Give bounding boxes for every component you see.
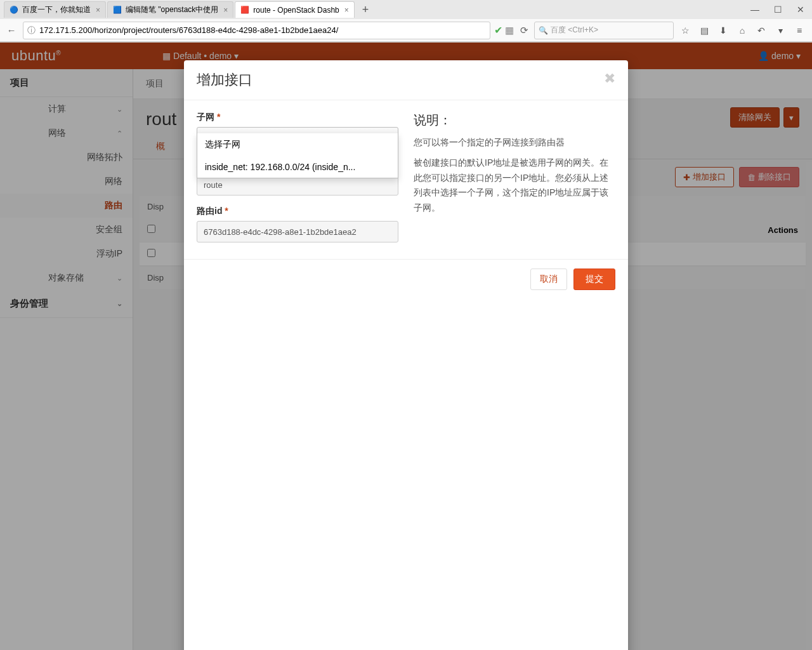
tab-title: route - OpenStack Dashb: [253, 6, 339, 15]
close-icon[interactable]: ×: [344, 6, 349, 15]
minimize-icon[interactable]: —: [743, 0, 766, 19]
url-box[interactable]: ⓘ: [23, 22, 490, 39]
route-id-input[interactable]: [197, 221, 398, 242]
tab-title: 百度一下，你就知道: [22, 4, 91, 15]
route-id-label: 路由id *: [197, 206, 398, 217]
maximize-icon[interactable]: ☐: [766, 0, 789, 19]
close-icon[interactable]: ×: [96, 6, 100, 15]
browser-tab[interactable]: 🟦 编辑随笔 "openstack中使用 ×: [107, 1, 233, 18]
search-icon: 🔍: [539, 26, 548, 35]
favicon-icon: 🟦: [113, 6, 122, 15]
submit-button[interactable]: 提交: [573, 269, 615, 290]
add-interface-modal: 增加接口 ✖ 子网 * 选择子网 ▾ 选择子网: [184, 60, 628, 650]
browser-tab-active[interactable]: 🟥 route - OpenStack Dashb ×: [235, 1, 354, 18]
new-tab-button[interactable]: +: [356, 3, 376, 17]
back-icon[interactable]: ←: [4, 23, 19, 38]
browser-tab-bar: 🔵 百度一下，你就知道 × 🟦 编辑随笔 "openstack中使用 × 🟥 r…: [0, 0, 812, 19]
close-icon[interactable]: ×: [223, 6, 228, 15]
cancel-button[interactable]: 取消: [530, 269, 567, 290]
menu-icon[interactable]: ≡: [790, 22, 808, 39]
download-icon[interactable]: ⬇: [714, 22, 732, 39]
qr-icon[interactable]: ▦: [505, 25, 514, 36]
app: ubuntu® ▦ Default • demo ▾ 👤 demo ▾ 项目 计…: [0, 43, 812, 650]
home-icon[interactable]: ⌂: [733, 22, 751, 39]
description-text: 您可以将一个指定的子网连接到路由器: [414, 135, 615, 150]
browser-chrome: 🔵 百度一下，你就知道 × 🟦 编辑随笔 "openstack中使用 × 🟥 r…: [0, 0, 812, 43]
tab-title: 编辑随笔 "openstack中使用: [126, 4, 218, 15]
subnet-option[interactable]: inside_net: 192.168.0.0/24 (inside_n...: [197, 156, 398, 178]
star-icon[interactable]: ☆: [676, 22, 694, 39]
search-box[interactable]: 🔍 百度 <Ctrl+K>: [534, 22, 674, 39]
url-input[interactable]: [39, 25, 486, 35]
search-placeholder: 百度 <Ctrl+K>: [551, 25, 598, 36]
favicon-icon: 🟥: [240, 6, 249, 15]
info-icon[interactable]: ⓘ: [27, 25, 36, 36]
description-title: 说明：: [414, 112, 615, 129]
history-icon[interactable]: ↶: [752, 22, 770, 39]
browser-tab[interactable]: 🔵 百度一下，你就知道 ×: [4, 1, 106, 18]
modal-title: 增加接口: [197, 70, 252, 90]
close-icon[interactable]: ✖: [604, 70, 615, 90]
favicon-icon: 🔵: [10, 6, 18, 15]
close-window-icon[interactable]: ✕: [789, 0, 812, 19]
dropdown-icon[interactable]: ▾: [771, 22, 789, 39]
reload-icon[interactable]: ⟳: [516, 23, 532, 38]
subnet-option[interactable]: 选择子网: [197, 133, 398, 156]
modal-overlay: 增加接口 ✖ 子网 * 选择子网 ▾ 选择子网: [0, 43, 812, 650]
address-bar: ← ⓘ ✔ ▦ ⟳ 🔍 百度 <Ctrl+K> ☆ ▤ ⬇ ⌂ ↶ ▾ ≡: [0, 19, 812, 42]
description-text: 被创建接口的默认IP地址是被选用子网的网关。在此您可以指定接口的另一个IP地址。…: [414, 156, 615, 216]
subnet-label: 子网 *: [197, 112, 398, 123]
library-icon[interactable]: ▤: [695, 22, 713, 39]
subnet-dropdown: 选择子网 inside_net: 192.168.0.0/24 (inside_…: [197, 133, 398, 178]
shield-icon[interactable]: ✔: [494, 24, 502, 36]
